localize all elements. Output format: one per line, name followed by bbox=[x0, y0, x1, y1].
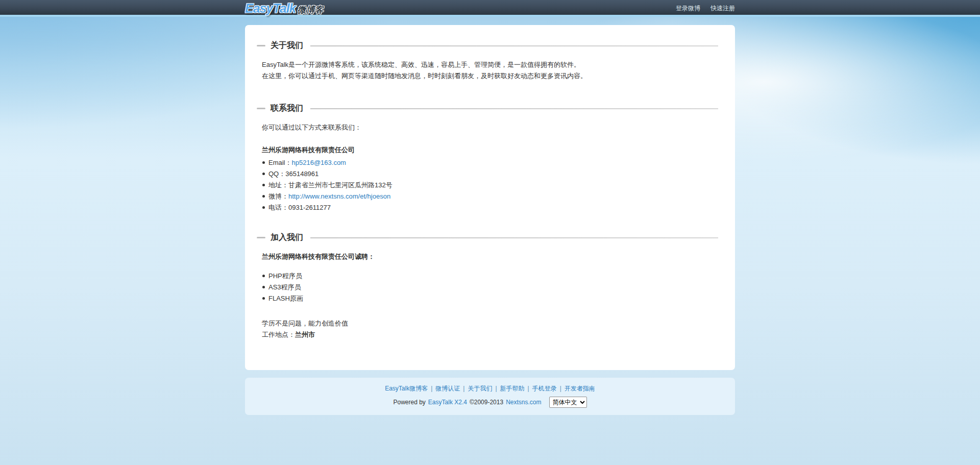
heading-dash bbox=[257, 108, 265, 109]
contact-label: QQ： bbox=[268, 170, 285, 178]
contact-company-name: 兰州乐游网络科技有限责任公司 bbox=[262, 145, 718, 155]
footer-link-help[interactable]: 新手帮助 bbox=[500, 385, 525, 392]
work-location-line: 工作地点：兰州市 bbox=[262, 329, 718, 340]
job-list: PHP程序员 AS3程序员 FLASH原画 bbox=[262, 273, 718, 302]
footer-link-about[interactable]: 关于我们 bbox=[468, 385, 492, 392]
contact-phone-value: 0931-2611277 bbox=[288, 204, 331, 211]
contact-label: Email： bbox=[268, 159, 292, 166]
footer-separator: | bbox=[560, 385, 561, 392]
section-about-title: 关于我们 bbox=[271, 40, 303, 51]
join-company-line: 兰州乐游网络科技有限责任公司诚聘： bbox=[262, 252, 718, 261]
section-join-title: 加入我们 bbox=[271, 232, 303, 243]
footer-separator: | bbox=[431, 385, 432, 392]
about-line-1: EasyTalk是一个开源微博客系统，该系统稳定、高效、迅速，容易上手、管理简便… bbox=[262, 59, 718, 70]
job-title: FLASH原画 bbox=[268, 295, 303, 302]
job-item: FLASH原画 bbox=[262, 295, 718, 302]
contact-list: Email：hp5216@163.com QQ：365148961 地址：甘肃省… bbox=[262, 159, 718, 211]
footer: EasyTalk微博客|微博认证|关于我们|新手帮助|手机登录|开发者指南 Po… bbox=[245, 378, 735, 415]
contact-label: 地址： bbox=[268, 181, 288, 189]
footer-link-developer[interactable]: 开发者指南 bbox=[565, 385, 595, 392]
contact-qq-value: 365148961 bbox=[285, 170, 318, 178]
footer-links: EasyTalk微博客|微博认证|关于我们|新手帮助|手机登录|开发者指南 bbox=[245, 384, 735, 393]
contact-item-email: Email：hp5216@163.com bbox=[262, 159, 718, 166]
work-location-label: 工作地点： bbox=[262, 331, 295, 338]
about-line-2: 在这里，你可以通过手机、网页等渠道随时随地发消息，时时刻刻看朋友，及时获取好友动… bbox=[262, 70, 718, 82]
quick-register-link[interactable]: 快速注册 bbox=[710, 4, 735, 13]
heading-rule bbox=[310, 45, 718, 46]
contact-weibo-link[interactable]: http://www.nextsns.com/et/hjoeson bbox=[288, 192, 390, 200]
section-contact-us: 联系我们 你可以通过以下方式来联系我们： 兰州乐游网络科技有限责任公司 Emai… bbox=[257, 103, 718, 211]
easytalk-logo[interactable]: EasyTalk 微博客 bbox=[245, 1, 323, 16]
nextsns-link[interactable]: Nextsns.com bbox=[506, 399, 541, 406]
section-join-us: 加入我们 兰州乐游网络科技有限责任公司诚聘： PHP程序员 AS3程序员 FLA… bbox=[257, 232, 718, 340]
contact-address-value: 甘肃省兰州市七里河区瓜州路132号 bbox=[288, 181, 393, 189]
heading-dash bbox=[257, 237, 265, 238]
contact-item-address: 地址：甘肃省兰州市七里河区瓜州路132号 bbox=[262, 182, 718, 188]
heading-dash bbox=[257, 45, 265, 46]
job-item: PHP程序员 bbox=[262, 273, 718, 279]
contact-email-link[interactable]: hp5216@163.com bbox=[292, 159, 346, 166]
header-nav: 登录微博 快速注册 bbox=[676, 4, 735, 13]
about-paragraph: EasyTalk是一个开源微博客系统，该系统稳定、高效、迅速，容易上手、管理简便… bbox=[262, 59, 718, 82]
section-about-header: 关于我们 bbox=[257, 40, 718, 51]
contact-item-phone: 电话：0931-2611277 bbox=[262, 204, 718, 211]
footer-separator: | bbox=[463, 385, 464, 392]
contact-item-qq: QQ：365148961 bbox=[262, 170, 718, 177]
contact-label: 电话： bbox=[268, 204, 288, 211]
section-about-us: 关于我们 EasyTalk是一个开源微博客系统，该系统稳定、高效、迅速，容易上手… bbox=[257, 40, 718, 82]
work-location-value: 兰州市 bbox=[295, 331, 315, 338]
footer-separator: | bbox=[495, 385, 497, 392]
about-page-card: 关于我们 EasyTalk是一个开源微博客系统，该系统稳定、高效、迅速，容易上手… bbox=[245, 25, 735, 370]
job-title: PHP程序员 bbox=[268, 272, 302, 280]
contact-intro: 你可以通过以下方式来联系我们： bbox=[262, 123, 718, 132]
top-header-bar: EasyTalk 微博客 登录微博 快速注册 bbox=[0, 0, 980, 17]
language-select[interactable]: 简体中文 bbox=[549, 397, 587, 408]
logo-text-zh: 微博客 bbox=[297, 4, 323, 16]
job-title: AS3程序员 bbox=[268, 283, 301, 291]
logo-text-en: EasyTalk bbox=[245, 1, 296, 16]
powered-by-text: Powered by bbox=[393, 399, 425, 406]
section-contact-header: 联系我们 bbox=[257, 103, 718, 114]
copyright-text: ©2009-2013 bbox=[470, 399, 503, 406]
section-join-header: 加入我们 bbox=[257, 232, 718, 243]
contact-item-weibo: 微博：http://www.nextsns.com/et/hjoeson bbox=[262, 193, 718, 200]
heading-rule bbox=[310, 237, 718, 238]
heading-rule bbox=[310, 108, 718, 109]
footer-link-mobile[interactable]: 手机登录 bbox=[532, 385, 557, 392]
login-weibo-link[interactable]: 登录微博 bbox=[676, 4, 700, 13]
footer-separator: | bbox=[528, 385, 529, 392]
footer-link-verify[interactable]: 微博认证 bbox=[435, 385, 460, 392]
job-item: AS3程序员 bbox=[262, 284, 718, 290]
easytalk-version-link[interactable]: EasyTalk X2.4 bbox=[428, 399, 467, 406]
join-note: 学历不是问题，能力创造价值 bbox=[262, 318, 718, 329]
section-contact-title: 联系我们 bbox=[271, 103, 303, 114]
footer-link-easytalk[interactable]: EasyTalk微博客 bbox=[385, 385, 428, 392]
footer-powered-line: Powered by EasyTalk X2.4 ©2009-2013 Next… bbox=[245, 397, 735, 408]
contact-label: 微博： bbox=[268, 192, 288, 200]
